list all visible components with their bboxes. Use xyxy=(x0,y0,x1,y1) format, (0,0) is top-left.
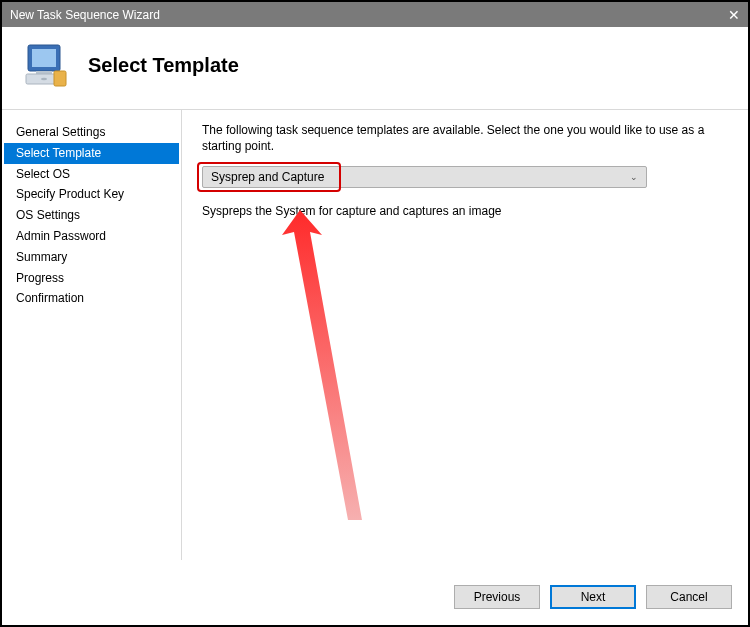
svg-rect-1 xyxy=(32,49,56,67)
chevron-down-icon: ⌄ xyxy=(630,172,638,182)
sidebar-item-select-template[interactable]: Select Template xyxy=(4,143,179,164)
wizard-footer: Previous Next Cancel xyxy=(454,585,732,609)
wizard-header: Select Template xyxy=(2,27,748,109)
sidebar-item-confirmation[interactable]: Confirmation xyxy=(4,288,179,309)
sidebar-item-os-settings[interactable]: OS Settings xyxy=(4,205,179,226)
sidebar-item-summary[interactable]: Summary xyxy=(4,247,179,268)
sidebar-item-general-settings[interactable]: General Settings xyxy=(4,122,179,143)
wizard-content: The following task sequence templates ar… xyxy=(182,110,748,560)
previous-button[interactable]: Previous xyxy=(454,585,540,609)
sidebar-item-admin-password[interactable]: Admin Password xyxy=(4,226,179,247)
dropdown-value: Sysprep and Capture xyxy=(211,170,324,184)
sidebar-item-progress[interactable]: Progress xyxy=(4,268,179,289)
svg-point-4 xyxy=(41,78,47,80)
cancel-button[interactable]: Cancel xyxy=(646,585,732,609)
template-description: Syspreps the System for capture and capt… xyxy=(202,204,728,218)
svg-rect-5 xyxy=(54,71,66,86)
page-title: Select Template xyxy=(88,54,239,77)
intro-text: The following task sequence templates ar… xyxy=(202,122,728,154)
close-icon[interactable]: ✕ xyxy=(728,7,740,23)
wizard-body: General SettingsSelect TemplateSelect OS… xyxy=(2,109,748,560)
sidebar-item-specify-product-key[interactable]: Specify Product Key xyxy=(4,184,179,205)
wizard-window: New Task Sequence Wizard ✕ Select Templa… xyxy=(0,0,750,627)
next-button[interactable]: Next xyxy=(550,585,636,609)
wizard-sidebar: General SettingsSelect TemplateSelect OS… xyxy=(2,110,182,560)
template-dropdown[interactable]: Sysprep and Capture ⌄ xyxy=(202,166,647,188)
computer-icon xyxy=(22,41,70,89)
annotation-arrow xyxy=(252,210,452,540)
window-title: New Task Sequence Wizard xyxy=(10,8,160,22)
sidebar-item-select-os[interactable]: Select OS xyxy=(4,164,179,185)
titlebar: New Task Sequence Wizard ✕ xyxy=(2,2,748,27)
